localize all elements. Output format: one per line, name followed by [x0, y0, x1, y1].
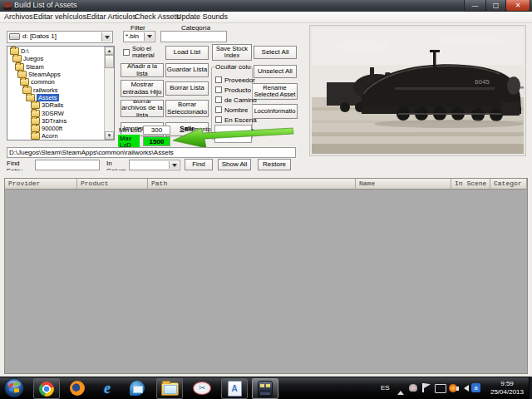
escena-checkbox[interactable] — [215, 116, 222, 123]
close-button[interactable]: ✕ — [505, 0, 530, 12]
nombre-checkbox[interactable] — [215, 106, 222, 113]
taskbar-firefox-button[interactable] — [65, 378, 90, 397]
show-all-button[interactable]: Show All — [218, 159, 251, 170]
tree-item[interactable]: railworks — [9, 86, 114, 93]
hide-camino-row[interactable]: de Camino — [215, 95, 257, 105]
taskbar-ie-button[interactable]: e — [95, 378, 120, 397]
tree-item[interactable]: 90000ft — [9, 125, 114, 132]
tree-item[interactable]: 3DSRW — [9, 109, 114, 116]
proveedor-checkbox[interactable] — [215, 76, 222, 83]
column-header-product[interactable]: Product — [77, 179, 148, 190]
folder-icon — [31, 101, 40, 109]
asset-table[interactable]: Provider Product Path Name In Scene Cate… — [4, 178, 528, 374]
tree-item[interactable]: Juegos — [9, 55, 114, 62]
locomotive-photo-image: 6045 — [312, 27, 524, 154]
column-header-path[interactable]: Path — [148, 179, 356, 190]
input-method-icon[interactable]: a — [471, 383, 480, 392]
thunderbird-icon — [130, 381, 145, 396]
elemento-input-1[interactable] — [214, 125, 252, 133]
rolling-stock-label: Solo el material rodante — [132, 46, 165, 57]
hidden-icons-arrow-icon[interactable] — [397, 387, 404, 395]
hide-escena-row[interactable]: En Escena — [215, 115, 257, 125]
chevron-down-icon[interactable] — [169, 161, 179, 169]
chevron-down-icon[interactable] — [101, 32, 111, 42]
categoria-input[interactable] — [160, 31, 227, 42]
tree-item-selected[interactable]: Assets — [9, 94, 114, 101]
taskbar-thunderbird-button[interactable] — [125, 378, 150, 397]
taskbar-train-app-button[interactable] — [252, 378, 278, 399]
tree-item[interactable]: 3DRails — [9, 101, 114, 109]
filter-value: *.bin — [126, 32, 139, 40]
taskbar-wordpad-button[interactable]: A — [221, 378, 248, 399]
find-entry-label: Find Entry — [7, 160, 25, 170]
scroll-up-icon[interactable]: ▲ — [105, 47, 114, 55]
clear-list-button[interactable]: Borrar Lista — [165, 81, 209, 96]
menu-check-assets[interactable]: Check Assets — [135, 12, 180, 21]
restore-button[interactable]: Restore — [258, 159, 291, 170]
title-bar[interactable]: Build List of Assets — ▢ ✕ — [0, 0, 532, 12]
find-entry-input[interactable] — [35, 160, 100, 170]
network-display-icon[interactable] — [435, 384, 446, 393]
scroll-thumb[interactable] — [105, 55, 114, 68]
max-lod-input[interactable]: 1500 — [143, 136, 170, 146]
clock-date: 25/04/2013 — [486, 388, 528, 397]
menu-archivos[interactable]: Archivos — [4, 12, 33, 21]
table-body-empty — [5, 190, 527, 374]
load-list-button[interactable]: Load List — [165, 46, 209, 60]
min-lod-input[interactable]: 300 — [143, 126, 170, 135]
hide-nombre-row[interactable]: Nombre — [215, 105, 257, 115]
delete-selected-button[interactable]: Borrar Seleccionado — [165, 100, 209, 117]
show-child-entries-button[interactable]: Mostrar entradas Hijo — [121, 80, 164, 97]
rename-selected-asset-button[interactable]: Rename Selected Asset — [252, 83, 298, 100]
tree-item[interactable]: D:\ — [9, 47, 114, 55]
taskbar-explorer-button[interactable] — [156, 378, 183, 399]
in-column-combo[interactable] — [129, 160, 180, 170]
tree-item[interactable]: Acorn — [9, 132, 114, 140]
taskbar-snipping-button[interactable]: ✂ — [190, 378, 214, 397]
hide-producto-row[interactable]: Producto — [215, 85, 257, 95]
rolling-stock-checkbox[interactable] — [123, 49, 130, 56]
menu-editar-articulos[interactable]: Editar Articulos — [86, 12, 136, 21]
scroll-down-icon[interactable]: ▼ — [105, 131, 114, 140]
save-stock-index-button[interactable]: Save Stock Index — [212, 44, 252, 61]
delete-files-button[interactable]: Borrar archivos de la lista — [121, 100, 164, 117]
action-center-flag-icon[interactable] — [422, 383, 424, 392]
firefox-icon — [70, 381, 85, 396]
volume-icon[interactable] — [461, 385, 469, 392]
drive-selector[interactable]: d: [Datos 1] — [7, 31, 113, 43]
remove-hardware-icon[interactable] — [409, 384, 417, 392]
tree-item[interactable]: Steam — [9, 63, 114, 71]
table-header-row: Provider Product Path Name In Scene Cate… — [5, 179, 527, 190]
column-header-category[interactable]: Categor — [490, 179, 527, 190]
folder-tree[interactable]: D:\ Juegos Steam SteamApps common railwo… — [7, 46, 115, 140]
window-title: Build List of Assets — [14, 1, 77, 9]
loco-information-button[interactable]: LocoInformatio — [252, 104, 298, 119]
taskbar-chrome-button[interactable] — [33, 378, 60, 399]
minimize-button[interactable]: — — [464, 0, 486, 12]
show-desktop-button[interactable] — [529, 377, 532, 399]
taskbar-clock[interactable]: 9:59 25/04/2013 — [486, 380, 528, 397]
language-indicator[interactable]: ES — [381, 384, 390, 392]
save-list-button[interactable]: Guardar Lista — [165, 63, 209, 77]
select-all-button[interactable]: Select All — [254, 46, 297, 59]
column-header-in-scene[interactable]: In Scene — [451, 179, 490, 190]
maximize-button[interactable]: ▢ — [485, 0, 506, 12]
camino-checkbox[interactable] — [215, 96, 222, 103]
menu-update-sounds[interactable]: Update Sounds — [176, 12, 228, 21]
menu-editar-vehiculos[interactable]: Editar vehículos — [33, 12, 86, 21]
unselect-all-button[interactable]: Unselect All — [254, 65, 297, 78]
find-button[interactable]: Find — [185, 159, 213, 170]
explorer-folder-icon — [161, 382, 179, 396]
hide-proveedor-row[interactable]: Proveedor — [215, 75, 257, 85]
chevron-down-icon[interactable] — [144, 32, 154, 41]
filter-combo[interactable]: *.bin — [123, 31, 155, 42]
elemento-input-2[interactable] — [214, 135, 252, 143]
column-header-name[interactable]: Name — [356, 179, 451, 190]
start-button[interactable] — [3, 377, 25, 398]
path-input[interactable]: D:\Juegos\Steam\SteamApps\common\railwor… — [7, 147, 296, 158]
add-to-list-button[interactable]: Añadir a la lista — [121, 63, 164, 77]
tree-item[interactable]: 3DTrains — [9, 117, 114, 125]
producto-checkbox[interactable] — [215, 86, 222, 93]
tree-scrollbar[interactable]: ▲ ▼ — [104, 47, 114, 140]
column-header-provider[interactable]: Provider — [5, 179, 77, 190]
